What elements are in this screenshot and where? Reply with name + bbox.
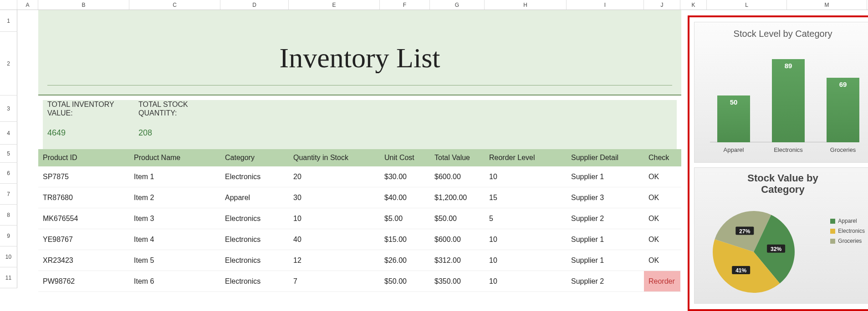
bar-chart[interactable]: Stock Level by Category 50Apparel89Elect… (694, 22, 868, 163)
cell-unit[interactable]: $30.00 (380, 173, 430, 181)
row-header-1[interactable]: 1 (0, 10, 17, 32)
th-quantity[interactable]: Quantity in Stock (289, 154, 380, 162)
cell-total[interactable]: $600.00 (430, 236, 485, 244)
col-header-M[interactable]: M (787, 0, 867, 10)
cell-pid[interactable]: XR23423 (38, 256, 129, 265)
cell-check[interactable]: OK (644, 256, 680, 265)
cell-qty[interactable]: 12 (289, 256, 380, 265)
cell-cat[interactable]: Electronics (220, 277, 289, 286)
col-header-B[interactable]: B (38, 0, 129, 10)
cell-total[interactable]: $312.00 (430, 256, 485, 265)
th-product-id[interactable]: Product ID (38, 154, 129, 162)
cell-supplier[interactable]: Supplier 3 (567, 194, 644, 202)
bar-apparel[interactable]: 50 (717, 95, 750, 142)
th-category[interactable]: Category (220, 154, 289, 162)
cell-supplier[interactable]: Supplier 1 (567, 236, 644, 244)
legend-item-electronics[interactable]: Electronics (830, 228, 865, 234)
cell-qty[interactable]: 20 (289, 173, 380, 181)
col-header-D[interactable]: D (220, 0, 289, 10)
row-header-11[interactable]: 11 (0, 267, 17, 288)
cell-cat[interactable]: Electronics (220, 215, 289, 223)
table-row[interactable]: PW98762Item 6Electronics7$50.00$350.0010… (38, 271, 681, 292)
cell-check[interactable]: OK (644, 215, 680, 223)
legend-item-groceries[interactable]: Groceries (830, 238, 865, 244)
cell-reorder[interactable]: 10 (485, 236, 567, 244)
cell-qty[interactable]: 10 (289, 215, 380, 223)
th-supplier[interactable]: Supplier Detail (567, 154, 644, 162)
cell-reorder[interactable]: 5 (485, 215, 567, 223)
row-header-7[interactable]: 7 (0, 184, 17, 205)
cell-pid[interactable]: SP7875 (38, 173, 129, 181)
row-header-3[interactable]: 3 (0, 95, 17, 122)
col-header-I[interactable]: I (567, 0, 644, 10)
cell-check[interactable]: OK (644, 236, 680, 244)
col-header-K[interactable]: K (680, 0, 707, 10)
cell-cat[interactable]: Apparel (220, 194, 289, 202)
cell-name[interactable]: Item 1 (129, 173, 220, 181)
cell-total[interactable]: $1,200.00 (430, 194, 485, 202)
cell-cat[interactable]: Electronics (220, 256, 289, 265)
th-product-name[interactable]: Product Name (129, 154, 220, 162)
row-header-10[interactable]: 10 (0, 246, 17, 267)
cell-total[interactable]: $600.00 (430, 173, 485, 181)
cell-name[interactable]: Item 4 (129, 236, 220, 244)
table-row[interactable]: TR87680Item 2Apparel30$40.00$1,200.0015S… (38, 187, 681, 208)
cell-supplier[interactable]: Supplier 2 (567, 277, 644, 286)
th-unit-cost[interactable]: Unit Cost (380, 154, 430, 162)
row-header-6[interactable]: 6 (0, 163, 17, 184)
cell-unit[interactable]: $15.00 (380, 236, 430, 244)
cell-pid[interactable]: YE98767 (38, 236, 129, 244)
cell-unit[interactable]: $50.00 (380, 277, 430, 286)
cell-reorder[interactable]: 15 (485, 194, 567, 202)
table-row[interactable]: YE98767Item 4Electronics40$15.00$600.001… (38, 229, 681, 250)
cell-supplier[interactable]: Supplier 2 (567, 215, 644, 223)
cell-unit[interactable]: $40.00 (380, 194, 430, 202)
cell-unit[interactable]: $26.00 (380, 256, 430, 265)
table-row[interactable]: MK676554Item 3Electronics10$5.00$50.005S… (38, 208, 681, 229)
cell-check[interactable]: OK (644, 194, 680, 202)
cell-supplier[interactable]: Supplier 1 (567, 173, 644, 181)
cell-qty[interactable]: 40 (289, 236, 380, 244)
cell-unit[interactable]: $5.00 (380, 215, 430, 223)
cell-name[interactable]: Item 5 (129, 256, 220, 265)
cell-qty[interactable]: 7 (289, 277, 380, 286)
col-header-L[interactable]: L (707, 0, 787, 10)
legend-item-apparel[interactable]: Apparel (830, 218, 865, 224)
col-header-J[interactable]: J (644, 0, 680, 10)
col-header-G[interactable]: G (430, 0, 485, 10)
row-header-8[interactable]: 8 (0, 205, 17, 226)
cell-total[interactable]: $350.00 (430, 277, 485, 286)
th-total-value[interactable]: Total Value (430, 154, 485, 162)
cell-qty[interactable]: 30 (289, 194, 380, 202)
cell-total[interactable]: $50.00 (430, 215, 485, 223)
cell-cat[interactable]: Electronics (220, 236, 289, 244)
cell-check[interactable]: OK (644, 173, 680, 181)
bar-electronics[interactable]: 89 (772, 59, 805, 142)
col-header-A[interactable]: A (17, 0, 38, 10)
col-header-H[interactable]: H (485, 0, 567, 10)
cell-reorder[interactable]: 10 (485, 277, 567, 286)
bar-groceries[interactable]: 69 (827, 78, 859, 142)
table-row[interactable]: XR23423Item 5Electronics12$26.00$312.001… (38, 250, 681, 271)
th-check[interactable]: Check (644, 154, 680, 162)
cell-reorder[interactable]: 10 (485, 173, 567, 181)
col-header-F[interactable]: F (380, 0, 430, 10)
row-header-5[interactable]: 5 (0, 145, 17, 163)
cell-supplier[interactable]: Supplier 1 (567, 256, 644, 265)
cell-pid[interactable]: TR87680 (38, 194, 129, 202)
cell-name[interactable]: Item 2 (129, 194, 220, 202)
cell-pid[interactable]: PW98762 (38, 277, 129, 286)
cell-name[interactable]: Item 6 (129, 277, 220, 286)
cell-check[interactable]: Reorder (644, 271, 680, 291)
cell-name[interactable]: Item 3 (129, 215, 220, 223)
col-header-C[interactable]: C (129, 0, 220, 10)
cell-pid[interactable]: MK676554 (38, 215, 129, 223)
cell-reorder[interactable]: 10 (485, 256, 567, 265)
table-row[interactable]: SP7875Item 1Electronics20$30.00$600.0010… (38, 166, 681, 187)
th-reorder-level[interactable]: Reorder Level (485, 154, 567, 162)
cell-cat[interactable]: Electronics (220, 173, 289, 181)
row-header-2[interactable]: 2 (0, 32, 17, 95)
col-header-E[interactable]: E (289, 0, 380, 10)
pie-chart[interactable]: Stock Value byCategory 27%32%41% Apparel… (694, 167, 868, 304)
row-header-9[interactable]: 9 (0, 226, 17, 246)
